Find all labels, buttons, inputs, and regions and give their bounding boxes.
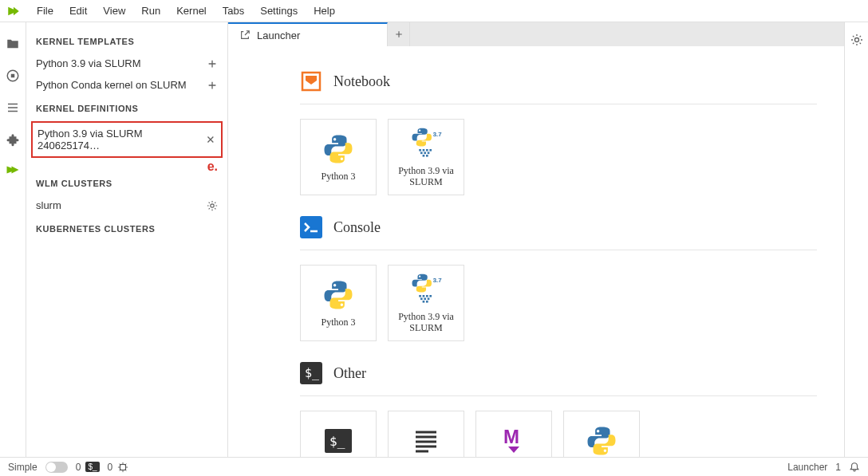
terminal-badge-icon: $_ — [85, 462, 99, 472]
svg-rect-18 — [426, 295, 428, 297]
simple-mode-toggle[interactable] — [45, 462, 68, 473]
python-icon — [585, 424, 618, 457]
menu-help[interactable]: Help — [306, 2, 343, 20]
external-link-icon — [239, 30, 251, 41]
bell-icon[interactable] — [849, 462, 860, 473]
launcher-card-notebook-slurm[interactable]: 3.7 Python 3.9 via SLURM — [388, 119, 464, 195]
notebook-section-icon — [300, 70, 322, 92]
launcher-card-markdown[interactable]: M Markdown File — [475, 411, 552, 457]
definition-item[interactable]: Python 3.9 via SLURM 240625174… — [37, 128, 216, 151]
wlm-cluster-item[interactable]: slurm — [26, 195, 227, 216]
launcher-card-notebook-python3[interactable]: Python 3 — [300, 119, 377, 195]
svg-rect-24 — [426, 301, 428, 303]
svg-text:$_: $_ — [329, 434, 345, 449]
launcher-card-console-python3[interactable]: Python 3 — [300, 265, 377, 341]
tab-strip: Launcher — [228, 22, 844, 46]
main-middle: KERNEL TEMPLATES Python 3.9 via SLURM Py… — [0, 22, 868, 457]
activity-bar — [0, 22, 26, 457]
svg-rect-21 — [424, 297, 426, 300]
other-section-icon: $_ — [300, 362, 322, 384]
status-terminals[interactable]: 0 $_ — [76, 462, 100, 473]
add-tab-button[interactable] — [388, 22, 410, 46]
status-kernels[interactable]: 0 — [108, 462, 129, 473]
svg-rect-22 — [428, 297, 430, 300]
section-title-other: Other — [333, 365, 366, 382]
chip-icon — [117, 462, 128, 473]
close-icon[interactable] — [205, 134, 216, 145]
svg-rect-10 — [424, 151, 426, 154]
definition-label: Python 3.9 via SLURM 240625174… — [37, 128, 205, 151]
svg-text:$_: $_ — [305, 366, 320, 380]
svg-rect-36 — [120, 464, 126, 470]
svg-rect-23 — [423, 301, 425, 303]
menu-run[interactable]: Run — [133, 2, 168, 20]
menubar: File Edit View Run Kernel Tabs Settings … — [0, 0, 868, 22]
plus-icon — [394, 30, 404, 39]
section-divider — [300, 250, 817, 250]
nvidia-small-icon[interactable] — [6, 164, 20, 175]
section-header-wlm: WLM CLUSTERS — [26, 171, 227, 195]
settings-gear-icon[interactable] — [850, 33, 863, 46]
menu-view[interactable]: View — [95, 2, 133, 20]
section-header-definitions: KERNEL DEFINITIONS — [26, 96, 227, 120]
plus-icon[interactable] — [207, 58, 218, 69]
launcher-card-terminal[interactable]: $_ Terminal — [300, 411, 377, 457]
plus-icon[interactable] — [207, 80, 218, 91]
menu-settings[interactable]: Settings — [252, 2, 306, 20]
tab-launcher[interactable]: Launcher — [228, 22, 388, 46]
python-icon — [322, 278, 355, 312]
status-count: 0 — [76, 462, 81, 473]
svg-rect-16 — [419, 295, 421, 297]
template-label: Python 3.9 via SLURM — [36, 57, 141, 69]
definition-highlighted: Python 3.9 via SLURM 240625174… e. — [31, 121, 223, 158]
python-icon — [322, 132, 355, 166]
svg-rect-12 — [423, 155, 425, 157]
toc-icon[interactable] — [6, 100, 20, 115]
svg-text:M: M — [503, 426, 519, 447]
svg-rect-5 — [419, 149, 421, 151]
menu-tabs[interactable]: Tabs — [215, 2, 252, 20]
tab-label: Launcher — [257, 30, 300, 41]
python-slurm-icon: 3.7 — [409, 127, 443, 160]
stop-circle-icon[interactable] — [6, 69, 20, 83]
svg-point-35 — [854, 38, 858, 42]
launcher-card-console-slurm[interactable]: 3.7 Python 3.9 via SLURM — [388, 265, 464, 341]
template-item[interactable]: Python Conda kernel on SLURM — [26, 74, 227, 96]
nvidia-logo — [6, 4, 21, 18]
menu-edit[interactable]: Edit — [61, 2, 95, 20]
section-divider — [300, 104, 817, 104]
launcher-body[interactable]: Notebook Python 3 — [228, 46, 844, 457]
launcher-section-console: Console Python 3 — [300, 216, 836, 341]
main-area: Launcher Notebook — [228, 22, 844, 457]
card-label: Python 3 — [321, 317, 355, 328]
menu-file[interactable]: File — [29, 2, 61, 20]
template-label: Python Conda kernel on SLURM — [36, 79, 187, 91]
launcher-card-pythonfile[interactable]: Python File — [563, 411, 640, 457]
launcher-card-textfile[interactable]: Text File — [388, 411, 464, 457]
status-bar: Simple 0 $_ 0 Launcher 1 — [0, 457, 868, 476]
section-header-templates: KERNEL TEMPLATES — [26, 29, 227, 53]
status-count: 0 — [108, 462, 113, 473]
menu-kernel[interactable]: Kernel — [168, 2, 215, 20]
svg-rect-17 — [423, 295, 425, 297]
textfile-icon — [409, 424, 443, 457]
template-item[interactable]: Python 3.9 via SLURM — [26, 53, 227, 74]
status-right-label: Launcher — [787, 462, 827, 473]
svg-rect-9 — [420, 151, 423, 154]
terminal-icon: $_ — [322, 424, 355, 457]
annotation-label: e. — [207, 159, 218, 174]
right-gutter — [844, 22, 868, 457]
svg-rect-1 — [11, 74, 15, 78]
folder-icon[interactable] — [6, 37, 20, 51]
sidebar: KERNEL TEMPLATES Python 3.9 via SLURM Py… — [26, 22, 228, 457]
svg-rect-7 — [426, 149, 428, 151]
svg-rect-11 — [428, 151, 430, 154]
svg-rect-19 — [429, 295, 432, 297]
console-section-icon — [300, 216, 322, 238]
svg-text:3.7: 3.7 — [433, 131, 443, 138]
python-slurm-icon: 3.7 — [409, 273, 443, 306]
status-right-count: 1 — [835, 462, 841, 473]
tabstrip-fill — [410, 22, 844, 46]
extension-icon[interactable] — [6, 132, 20, 147]
gear-icon[interactable] — [207, 200, 218, 211]
